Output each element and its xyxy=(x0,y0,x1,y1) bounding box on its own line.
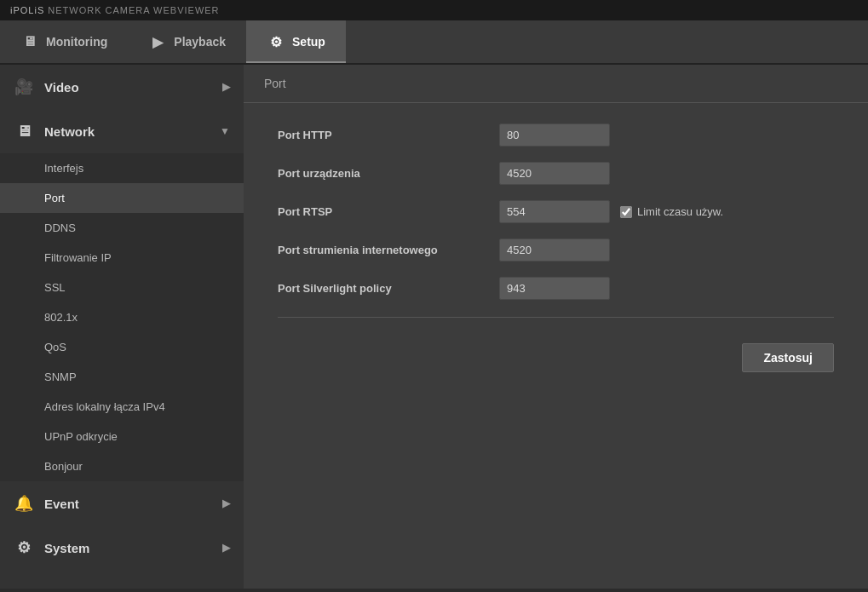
label-port-silverlight: Port Silverlight policy xyxy=(278,282,499,295)
sidebar-item-bonjour[interactable]: Bonjour xyxy=(0,451,244,481)
sidebar-item-filtrowanie-ip[interactable]: Filtrowanie IP xyxy=(0,243,244,273)
checkbox-limit-czasu[interactable] xyxy=(620,206,632,218)
tab-monitoring[interactable]: 🖥 Monitoring xyxy=(0,20,128,63)
form-row-port-http: Port HTTP xyxy=(278,124,834,147)
tab-monitoring-label: Monitoring xyxy=(46,35,107,49)
label-port-strumienia: Port strumienia internetowego xyxy=(278,244,499,256)
sidebar-section-system[interactable]: ⚙ System ▶ xyxy=(0,526,244,570)
label-port-rtsp: Port RTSP xyxy=(278,205,499,218)
form-row-port-silverlight: Port Silverlight policy xyxy=(278,277,834,300)
tab-setup-label: Setup xyxy=(292,35,325,49)
title-bar: iPOLiS NETWORK CAMERA WEBVIEWER xyxy=(0,0,868,20)
chevron-right-icon-system: ▶ xyxy=(222,542,230,554)
sidebar-item-ddns[interactable]: DDNS xyxy=(0,213,244,243)
sidebar-item-upnp[interactable]: UPnP odkrycie xyxy=(0,422,244,451)
sidebar-section-video[interactable]: 🎥 Video ▶ xyxy=(0,65,244,109)
monitoring-icon: 🖥 xyxy=(20,32,39,51)
sidebar-item-qos[interactable]: QoS xyxy=(0,332,244,362)
checkbox-label-limit: Limit czasu używ. xyxy=(620,205,723,218)
input-port-silverlight[interactable] xyxy=(499,277,610,300)
sidebar-item-snmp[interactable]: SNMP xyxy=(0,362,244,392)
sidebar-item-8021x[interactable]: 802.1x xyxy=(0,302,244,332)
system-section-icon: ⚙ xyxy=(14,537,34,558)
brand: iPOLiS xyxy=(10,5,44,15)
tab-playback[interactable]: ▶ Playback xyxy=(128,20,246,63)
input-port-strumienia[interactable] xyxy=(499,239,610,262)
sidebar-item-ssl[interactable]: SSL xyxy=(0,273,244,302)
top-nav: 🖥 Monitoring ▶ Playback ⚙ Setup xyxy=(0,20,868,65)
label-port-http: Port HTTP xyxy=(278,129,499,141)
chevron-right-icon-event: ▶ xyxy=(222,497,230,509)
tab-setup[interactable]: ⚙ Setup xyxy=(246,20,346,63)
content-body: Port HTTP Port urządzenia Port RTSP Limi… xyxy=(244,103,868,393)
content-title: Port xyxy=(264,77,286,90)
sidebar-section-network[interactable]: 🖥 Network ▼ xyxy=(0,109,244,153)
chevron-down-icon: ▼ xyxy=(220,125,230,137)
network-section-icon: 🖥 xyxy=(14,121,34,141)
input-port-http[interactable] xyxy=(499,124,610,147)
sidebar-section-event[interactable]: 🔔 Event ▶ xyxy=(0,481,244,526)
sidebar: 🎥 Video ▶ 🖥 Network ▼ Interfejs Port DDN… xyxy=(0,65,244,589)
network-submenu: Interfejs Port DDNS Filtrowanie IP SSL 8… xyxy=(0,153,244,481)
main-layout: 🎥 Video ▶ 🖥 Network ▼ Interfejs Port DDN… xyxy=(0,65,868,589)
sidebar-section-system-label: System xyxy=(44,541,89,555)
checkbox-limit-text: Limit czasu używ. xyxy=(637,205,723,218)
sidebar-section-video-label: Video xyxy=(44,80,79,95)
apply-button[interactable]: Zastosuj xyxy=(742,343,834,372)
content-header: Port xyxy=(244,65,868,103)
app-name: NETWORK CAMERA WEBVIEWER xyxy=(48,5,219,15)
setup-icon: ⚙ xyxy=(267,32,285,51)
sidebar-item-interfejs[interactable]: Interfejs xyxy=(0,153,244,183)
sidebar-item-port[interactable]: Port xyxy=(0,183,244,213)
content-area: Port Port HTTP Port urządzenia Port RTSP… xyxy=(244,65,868,589)
event-section-icon: 🔔 xyxy=(14,493,34,514)
form-row-port-rtsp: Port RTSP Limit czasu używ. xyxy=(278,200,834,223)
tab-playback-label: Playback xyxy=(174,35,226,49)
input-port-urzadzenia[interactable] xyxy=(499,162,610,185)
sidebar-item-adres-lokalny[interactable]: Adres lokalny łącza IPv4 xyxy=(0,392,244,422)
input-port-rtsp[interactable] xyxy=(499,200,610,223)
playback-icon: ▶ xyxy=(148,32,167,51)
chevron-right-icon: ▶ xyxy=(222,81,230,93)
form-row-port-strumienia: Port strumienia internetowego xyxy=(278,239,834,262)
sidebar-section-event-label: Event xyxy=(44,497,79,511)
form-row-port-urzadzenia: Port urządzenia xyxy=(278,162,834,185)
sidebar-section-network-label: Network xyxy=(44,124,95,139)
label-port-urzadzenia: Port urządzenia xyxy=(278,167,499,180)
video-section-icon: 🎥 xyxy=(14,77,34,97)
divider xyxy=(278,317,834,318)
